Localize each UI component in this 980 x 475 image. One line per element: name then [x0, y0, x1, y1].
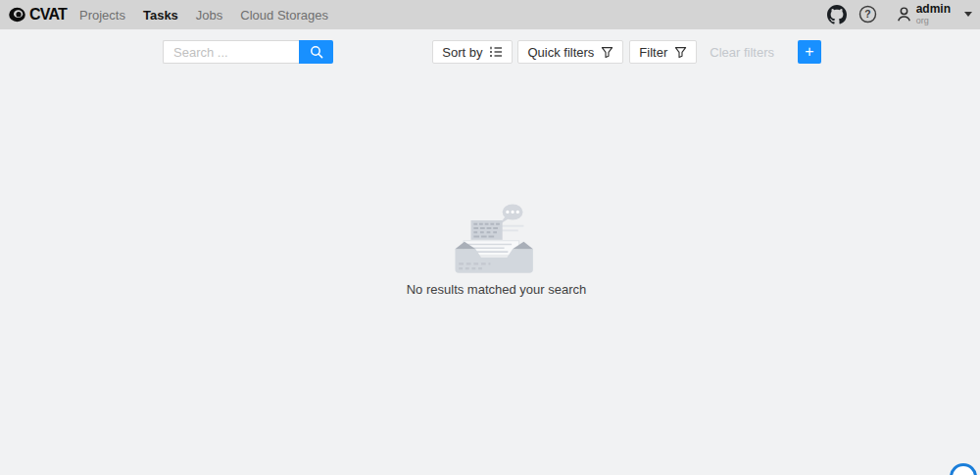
quick-filters-button[interactable]: Quick filters: [517, 40, 623, 64]
ordered-list-icon: [489, 45, 503, 59]
user-menu[interactable]: admin org: [896, 3, 972, 25]
github-icon[interactable]: [827, 5, 847, 24]
org-label: org: [916, 17, 951, 26]
username: admin: [916, 3, 951, 16]
search-group: [163, 40, 333, 64]
user-text: admin org: [916, 3, 951, 25]
cvat-logo[interactable]: CVAT: [8, 6, 67, 24]
filter-funnel-icon: [674, 46, 687, 59]
cvat-eye-icon: [8, 6, 26, 24]
empty-state: No results matched your search: [13, 199, 980, 297]
main-nav: Projects Tasks Jobs Cloud Storages: [79, 8, 328, 23]
filters-group: Sort by Quick filters Filte: [432, 40, 821, 64]
search-input[interactable]: [163, 40, 299, 64]
add-task-button[interactable]: +: [798, 40, 821, 64]
top-navbar: CVAT Projects Tasks Jobs Cloud Storages …: [0, 0, 980, 29]
nav-item-projects[interactable]: Projects: [79, 8, 125, 23]
header-right-controls: ? admin org: [827, 3, 972, 25]
clear-filters-link[interactable]: Clear filters: [710, 45, 774, 60]
quick-filters-label: Quick filters: [527, 45, 594, 60]
user-icon: [896, 6, 912, 23]
search-button[interactable]: [299, 40, 333, 64]
filter-label: Filter: [639, 45, 667, 60]
nav-item-jobs[interactable]: Jobs: [196, 8, 222, 23]
sort-by-label: Sort by: [442, 45, 482, 60]
nav-item-cloud-storages[interactable]: Cloud Storages: [240, 8, 328, 23]
search-icon: [310, 45, 323, 59]
tasks-toolbar: Sort by Quick filters Filte: [163, 40, 821, 64]
filter-button[interactable]: Filter: [629, 40, 697, 64]
nav-item-tasks[interactable]: Tasks: [143, 8, 178, 23]
chat-widget-button[interactable]: [950, 463, 977, 475]
cvat-logo-text: CVAT: [29, 7, 67, 23]
filter-funnel-icon: [601, 46, 613, 59]
caret-down-icon: [964, 12, 972, 17]
sort-by-button[interactable]: Sort by: [432, 40, 513, 64]
empty-inbox-icon: [13, 199, 980, 275]
svg-text:?: ?: [864, 10, 870, 21]
empty-state-message: No results matched your search: [13, 282, 980, 297]
help-icon[interactable]: ?: [858, 5, 878, 24]
